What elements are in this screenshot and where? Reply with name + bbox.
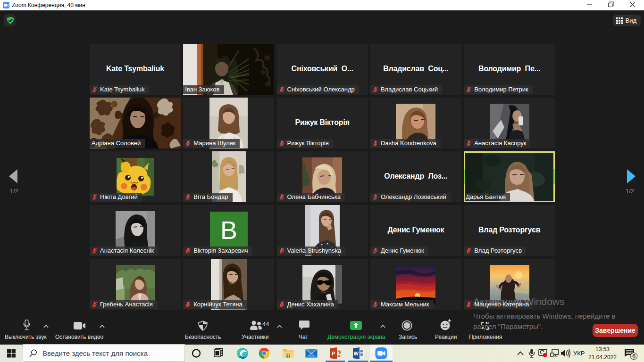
svg-text:W: W [354, 351, 359, 356]
svg-text:P: P [332, 351, 335, 356]
svg-text:B: B [220, 216, 237, 244]
svg-text:6: 6 [632, 353, 636, 360]
